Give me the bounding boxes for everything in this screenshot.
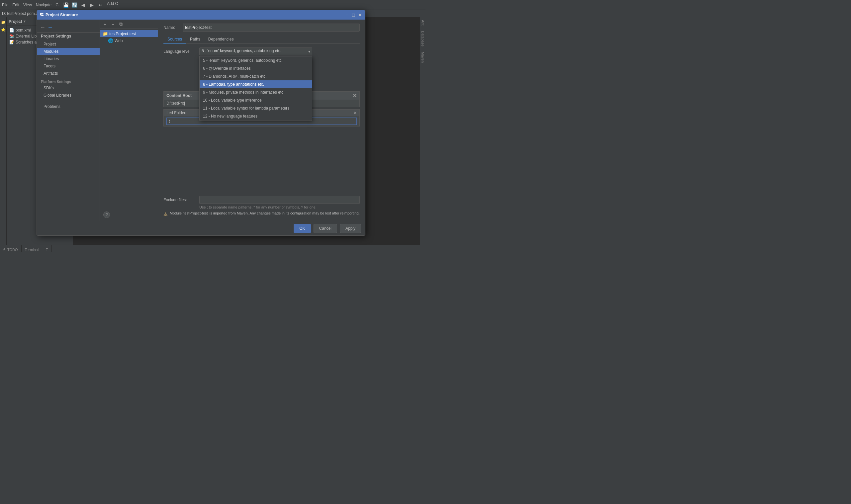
- content-spacer: [163, 126, 360, 193]
- language-level-dropdown: 5 - 'enum' keyword, generics, autoboxing…: [199, 56, 312, 121]
- dialog-maximize-btn[interactable]: □: [351, 13, 356, 17]
- language-level-select[interactable]: 5 - 'enum' keyword, generics, autoboxing…: [199, 48, 312, 55]
- dialog-title-text: Project Structure: [46, 13, 78, 17]
- dialog-icon: 🏗: [39, 13, 43, 17]
- language-level-label: Language level:: [163, 49, 197, 54]
- project-structure-dialog: 🏗 Project Structure − □ ✕ ← → Proj: [37, 10, 366, 236]
- warning-text: Module 'testProject-test' is imported fr…: [170, 211, 360, 215]
- dialog-controls: − □ ✕: [344, 13, 362, 17]
- name-label: Name:: [163, 25, 180, 30]
- warning-icon: ⚠: [163, 212, 168, 217]
- content-root-close-btn[interactable]: ✕: [353, 93, 357, 98]
- nav-back-arrow[interactable]: ←: [39, 23, 46, 31]
- dropdown-item-12[interactable]: 12 - No new language features: [200, 112, 312, 120]
- nav-forward-arrow[interactable]: →: [47, 23, 53, 31]
- content-root-label: Content Root: [166, 93, 192, 98]
- remove-module-btn[interactable]: −: [109, 21, 117, 28]
- dropdown-item-9[interactable]: 9 - Modules, private methods in interfac…: [200, 88, 312, 96]
- module-web-label: Web: [114, 38, 123, 43]
- nav-item-libraries[interactable]: Libraries: [37, 55, 100, 62]
- dialog-body: ← → Project Settings Project Modules Lib…: [37, 20, 365, 221]
- nav-arrows: ← →: [37, 22, 100, 33]
- dialog-footer: OK Cancel Apply: [37, 221, 365, 235]
- nav-item-global-libs[interactable]: Global Libraries: [37, 92, 100, 99]
- ide-background: File Edit View Navigate C 💾 🔄 ◀ ▶ ↩ Add …: [0, 0, 425, 252]
- copy-module-btn[interactable]: ⧉: [117, 21, 125, 28]
- language-level-select-container: 5 - 'enum' keyword, generics, autoboxing…: [199, 48, 312, 55]
- module-item-testproject[interactable]: 📁 testProject-test: [100, 30, 158, 37]
- dialog-overlay: 🏗 Project Structure − □ ✕ ← → Proj: [0, 0, 425, 252]
- tab-dependencies[interactable]: Dependencies: [204, 36, 238, 43]
- dropdown-item-8[interactable]: 8 - Lambdas, type annotations etc.: [200, 80, 312, 88]
- exclude-label: Exclude files:: [163, 198, 197, 202]
- nav-item-project[interactable]: Project: [37, 40, 100, 48]
- nav-item-modules[interactable]: Modules: [37, 48, 100, 55]
- module-globe-icon: 🌐: [108, 38, 113, 43]
- nav-item-sdks[interactable]: SDKs: [37, 84, 100, 92]
- module-folder-icon: 📁: [103, 31, 108, 36]
- dialog-navigation: ← → Project Settings Project Modules Lib…: [37, 20, 100, 221]
- ok-button[interactable]: OK: [294, 224, 311, 233]
- language-level-row: Language level: 5 - 'enum' keyword, gene…: [163, 48, 360, 55]
- project-settings-header: Project Settings: [37, 33, 100, 40]
- dropdown-item-5[interactable]: 5 - 'enum' keyword, generics, autoboxing…: [200, 56, 312, 65]
- name-row: Name:: [163, 23, 360, 32]
- nav-item-facets[interactable]: Facets: [37, 62, 100, 70]
- module-toolbar: + − ⧉: [100, 20, 158, 29]
- dropdown-item-11[interactable]: 11 - Local variable syntax for lambda pa…: [200, 104, 312, 112]
- dropdown-item-7[interactable]: 7 - Diamonds, ARM, multi-catch etc.: [200, 72, 312, 80]
- dep-folders-label: Led Folders: [166, 111, 187, 115]
- module-content-area: Name: Sources Paths Dependencies Languag…: [158, 20, 365, 221]
- tab-paths[interactable]: Paths: [186, 36, 204, 43]
- tab-sources[interactable]: Sources: [163, 36, 186, 43]
- dialog-titlebar: 🏗 Project Structure − □ ✕: [37, 10, 365, 20]
- dialog-minimize-btn[interactable]: −: [344, 13, 349, 17]
- dropdown-item-10[interactable]: 10 - Local variable type inference: [200, 96, 312, 104]
- apply-button[interactable]: Apply: [340, 224, 361, 233]
- dropdown-item-6[interactable]: 6 - @Override in interfaces: [200, 65, 312, 72]
- help-button[interactable]: ?: [103, 212, 110, 218]
- module-item-web[interactable]: 🌐 Web: [100, 37, 158, 44]
- exclude-input[interactable]: [199, 196, 360, 204]
- dialog-close-btn[interactable]: ✕: [358, 13, 362, 17]
- dialog-title-area: 🏗 Project Structure: [39, 13, 78, 17]
- warning-bar: ⚠ Module 'testProject-test' is imported …: [163, 209, 360, 217]
- name-input[interactable]: [183, 23, 360, 32]
- content-tabs: Sources Paths Dependencies: [163, 36, 360, 43]
- add-module-btn[interactable]: +: [101, 21, 109, 28]
- cancel-button[interactable]: Cancel: [314, 224, 337, 233]
- exclude-hint: Use ; to separate name patterns, * for a…: [163, 205, 360, 209]
- module-item-label: testProject-test: [109, 32, 136, 36]
- module-tree-panel: + − ⧉ 📁 testProject-test 🌐 Web: [100, 20, 158, 221]
- dep-folders-close-btn[interactable]: ✕: [353, 111, 357, 115]
- nav-item-problems[interactable]: Problems: [37, 103, 100, 110]
- platform-settings-header: Platform Settings: [37, 77, 100, 84]
- nav-item-artifacts[interactable]: Artifacts: [37, 70, 100, 77]
- exclude-row: Exclude files:: [163, 193, 360, 204]
- module-tree: 📁 testProject-test 🌐 Web: [100, 29, 158, 221]
